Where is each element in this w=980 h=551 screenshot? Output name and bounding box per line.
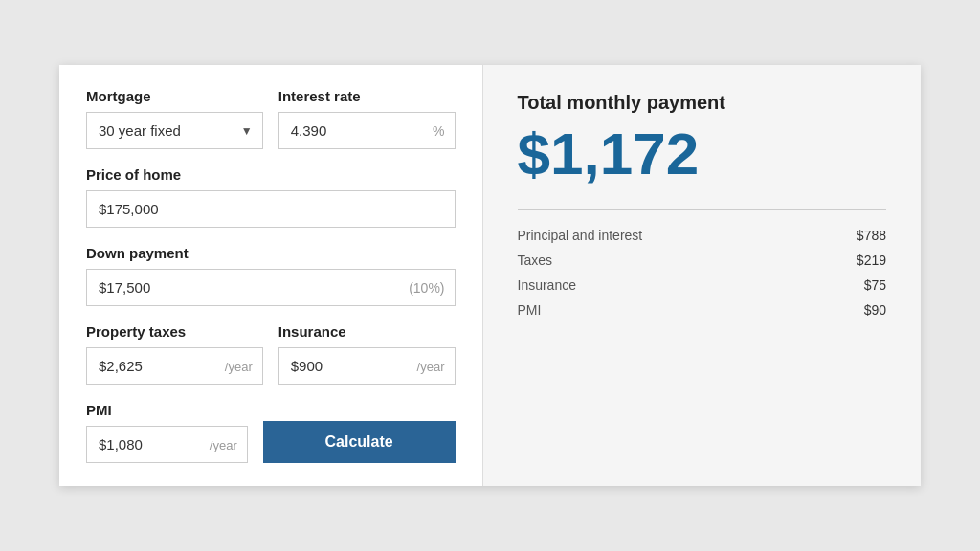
tax-year-label: /year — [225, 359, 253, 373]
total-amount: $1,172 — [518, 121, 887, 187]
pmi-breakdown-label: PMI — [518, 302, 542, 318]
ins-input-wrapper: /year — [278, 347, 456, 385]
interest-group: Interest rate % — [278, 88, 456, 149]
mortgage-label: Mortgage — [86, 88, 263, 104]
tax-group: Property taxes /year — [86, 323, 263, 385]
mortgage-select[interactable]: 30 year fixed 15 year fixed 5/1 ARM — [87, 113, 262, 148]
calculate-button[interactable]: Calculate — [263, 421, 456, 463]
price-group: Price of home — [86, 166, 456, 228]
percent-symbol: % — [433, 123, 444, 139]
principal-label: Principal and interest — [518, 228, 643, 243]
down-percent: (10%) — [409, 280, 444, 296]
ins-year-label: /year — [417, 359, 445, 373]
price-input[interactable] — [86, 190, 456, 228]
total-label: Total monthly payment — [518, 92, 887, 114]
calculator-container: Mortgage 30 year fixed 15 year fixed 5/1… — [59, 65, 921, 486]
pmi-input-wrapper: /year — [86, 426, 248, 463]
mortgage-select-wrapper[interactable]: 30 year fixed 15 year fixed 5/1 ARM ▼ — [86, 112, 263, 149]
pmi-group: PMI /year — [86, 402, 248, 463]
principal-value: $788 — [857, 228, 886, 243]
pmi-year-label: /year — [210, 437, 237, 452]
interest-input-wrapper: % — [278, 112, 456, 149]
down-label: Down payment — [86, 245, 456, 261]
interest-label: Interest rate — [278, 88, 456, 104]
divider — [518, 209, 887, 210]
taxes-insurance-row: Property taxes /year Insurance /year — [86, 323, 456, 385]
down-input-wrapper: (10%) — [86, 269, 456, 306]
price-label: Price of home — [86, 166, 456, 183]
insurance-breakdown-value: $75 — [864, 277, 886, 293]
breakdown-table: Principal and interest $788 Taxes $219 I… — [518, 228, 887, 318]
insurance-group: Insurance /year — [278, 323, 456, 385]
breakdown-row-taxes: Taxes $219 — [518, 253, 887, 268]
pmi-calculate-row: PMI /year Calculate — [86, 402, 456, 463]
taxes-label: Taxes — [518, 253, 553, 268]
pmi-breakdown-value: $90 — [864, 302, 886, 318]
breakdown-row-principal: Principal and interest $788 — [518, 228, 887, 243]
tax-input-wrapper: /year — [86, 347, 263, 385]
mortgage-group: Mortgage 30 year fixed 15 year fixed 5/1… — [86, 88, 263, 149]
taxes-value: $219 — [857, 253, 886, 268]
left-panel: Mortgage 30 year fixed 15 year fixed 5/1… — [59, 65, 483, 486]
down-input[interactable] — [87, 270, 455, 305]
interest-input[interactable] — [279, 113, 455, 148]
insurance-label: Insurance — [278, 323, 456, 340]
mortgage-interest-row: Mortgage 30 year fixed 15 year fixed 5/1… — [86, 88, 456, 149]
pmi-label: PMI — [86, 402, 248, 418]
breakdown-row-insurance: Insurance $75 — [518, 277, 887, 293]
breakdown-row-pmi: PMI $90 — [518, 302, 887, 318]
right-panel: Total monthly payment $1,172 Principal a… — [483, 65, 922, 486]
tax-label: Property taxes — [86, 323, 263, 340]
down-payment-group: Down payment (10%) — [86, 245, 456, 306]
insurance-breakdown-label: Insurance — [518, 277, 576, 293]
